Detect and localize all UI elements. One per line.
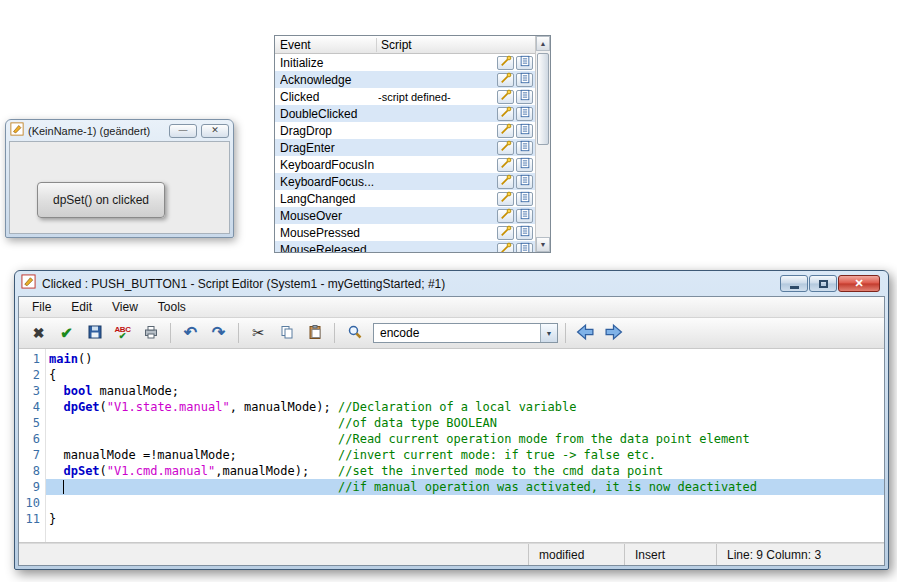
- editor-titlebar[interactable]: Clicked : PUSH_BUTTON1 - Script Editor (…: [15, 271, 888, 296]
- wizard-button[interactable]: [497, 124, 514, 138]
- code-lines[interactable]: main(){ bool manualMode; dpGet("V1.state…: [46, 349, 884, 542]
- open-script-button[interactable]: [516, 175, 533, 189]
- status-bar: modified Insert Line: 9 Column: 3: [19, 543, 884, 565]
- open-script-button[interactable]: [516, 243, 533, 253]
- open-script-button[interactable]: [516, 192, 533, 206]
- wizard-button[interactable]: [497, 73, 514, 87]
- event-row-keyboardfocus[interactable]: KeyboardFocus...: [275, 173, 535, 190]
- open-script-button[interactable]: [516, 226, 533, 240]
- undo-button[interactable]: ↶: [178, 321, 203, 346]
- event-row-buttons: [497, 141, 535, 155]
- panel-close-button[interactable]: ✕: [201, 124, 229, 138]
- column-header-script[interactable]: Script: [377, 38, 535, 52]
- code-line-2[interactable]: {: [46, 367, 884, 383]
- event-rows: InitializeAcknowledgeClicked-script defi…: [275, 54, 535, 252]
- redo-button[interactable]: ↷: [206, 321, 231, 346]
- back-button[interactable]: [573, 321, 598, 346]
- menu-file[interactable]: File: [23, 298, 60, 316]
- event-row-keyboardfocusin[interactable]: KeyboardFocusIn: [275, 156, 535, 173]
- script-editor-window: Clicked : PUSH_BUTTON1 - Script Editor (…: [14, 270, 889, 570]
- code-line-6[interactable]: //Read current operation mode from the d…: [46, 431, 884, 447]
- code-line-8[interactable]: dpSet("V1.cmd.manual",manualMode); //set…: [46, 463, 884, 479]
- menu-view[interactable]: View: [103, 298, 147, 316]
- wizard-button[interactable]: [497, 243, 514, 253]
- event-row-dragdrop[interactable]: DragDrop: [275, 122, 535, 139]
- status-insert-mode: Insert: [624, 544, 716, 565]
- column-header-event[interactable]: Event: [275, 38, 377, 52]
- syntax-check-button[interactable]: ✔: [54, 321, 79, 346]
- paste-icon: [307, 324, 323, 343]
- chevron-down-icon[interactable]: ▼: [540, 324, 557, 342]
- cut-button[interactable]: ✂: [246, 321, 271, 346]
- code-line-3[interactable]: bool manualMode;: [46, 383, 884, 399]
- event-row-mousereleased[interactable]: MouseReleased: [275, 241, 535, 252]
- close-button[interactable]: ✕: [838, 275, 880, 292]
- panel-titlebar[interactable]: (KeinName-1) (geändert) — ✕: [6, 120, 233, 141]
- code-line-7[interactable]: manualMode =!manualMode; //invert curren…: [46, 447, 884, 463]
- open-script-button[interactable]: [516, 107, 533, 121]
- wizard-button[interactable]: [497, 209, 514, 223]
- wizard-button[interactable]: [497, 90, 514, 104]
- event-row-doubleclicked[interactable]: DoubleClicked: [275, 105, 535, 122]
- menu-bar: File Edit View Tools: [19, 297, 884, 318]
- scrollbar-track[interactable]: [536, 51, 550, 237]
- encode-combobox[interactable]: encode ▼: [373, 323, 558, 343]
- forward-button[interactable]: [601, 321, 626, 346]
- code-token: "V1.state.manual": [107, 400, 230, 414]
- arrow-down-icon: ▼: [540, 241, 547, 248]
- dpset-push-button[interactable]: dpSet() on clicked: [37, 182, 165, 218]
- wizard-button[interactable]: [497, 107, 514, 121]
- code-line-5[interactable]: //of data type BOOLEAN: [46, 415, 884, 431]
- event-row-acknowledge[interactable]: Acknowledge: [275, 71, 535, 88]
- code-token: (: [100, 464, 107, 478]
- menu-tools[interactable]: Tools: [149, 298, 195, 316]
- scroll-up-button[interactable]: ▲: [536, 36, 550, 51]
- open-script-button[interactable]: [516, 90, 533, 104]
- search-button[interactable]: [342, 321, 367, 346]
- open-script-button[interactable]: [516, 56, 533, 70]
- code-line-1[interactable]: main(): [46, 351, 884, 367]
- wizard-button[interactable]: [497, 192, 514, 206]
- event-row-clicked[interactable]: Clicked-script defined-: [275, 88, 535, 105]
- wizard-button[interactable]: [497, 226, 514, 240]
- scroll-down-button[interactable]: ▼: [536, 237, 550, 252]
- open-script-button[interactable]: [516, 141, 533, 155]
- code-editor[interactable]: 1234567891011 main(){ bool manualMode; d…: [19, 349, 884, 543]
- code-line-4[interactable]: dpGet("V1.state.manual", manualMode); //…: [46, 399, 884, 415]
- event-table-scrollbar[interactable]: ▲ ▼: [535, 36, 550, 252]
- open-script-button[interactable]: [516, 158, 533, 172]
- wizard-button[interactable]: [497, 56, 514, 70]
- code-line-10[interactable]: [46, 495, 884, 511]
- wand-icon: [500, 242, 512, 252]
- event-row-initialize[interactable]: Initialize: [275, 54, 535, 71]
- spellcheck-button[interactable]: ABC✔: [110, 321, 135, 346]
- paste-button[interactable]: [302, 321, 327, 346]
- event-row-mouseover[interactable]: MouseOver: [275, 207, 535, 224]
- wand-icon: [500, 106, 512, 121]
- event-row-mousepressed[interactable]: MousePressed: [275, 224, 535, 241]
- event-row-dragenter[interactable]: DragEnter: [275, 139, 535, 156]
- code-line-9[interactable]: //if manual operation was activated, it …: [46, 479, 884, 495]
- open-script-button[interactable]: [516, 209, 533, 223]
- code-token: ,manualMode);: [215, 464, 338, 478]
- menu-edit[interactable]: Edit: [62, 298, 101, 316]
- copy-button[interactable]: [274, 321, 299, 346]
- event-row-langchanged[interactable]: LangChanged: [275, 190, 535, 207]
- maximize-button[interactable]: [809, 275, 837, 292]
- dpset-button-label: dpSet() on clicked: [53, 193, 149, 207]
- wizard-button[interactable]: [497, 158, 514, 172]
- save-button[interactable]: [82, 321, 107, 346]
- open-script-button[interactable]: [516, 124, 533, 138]
- status-modified: modified: [528, 544, 624, 565]
- wizard-button[interactable]: [497, 175, 514, 189]
- panel-minimize-button[interactable]: —: [169, 124, 197, 138]
- print-button[interactable]: [138, 321, 163, 346]
- scrollbar-thumb[interactable]: [537, 53, 549, 145]
- wizard-button[interactable]: [497, 141, 514, 155]
- open-script-button[interactable]: [516, 73, 533, 87]
- minimize-button[interactable]: [780, 275, 808, 292]
- close-editor-button[interactable]: ✖: [26, 321, 51, 346]
- print-icon: [143, 324, 159, 343]
- code-line-11[interactable]: }: [46, 511, 884, 527]
- event-row-buttons: [497, 90, 535, 104]
